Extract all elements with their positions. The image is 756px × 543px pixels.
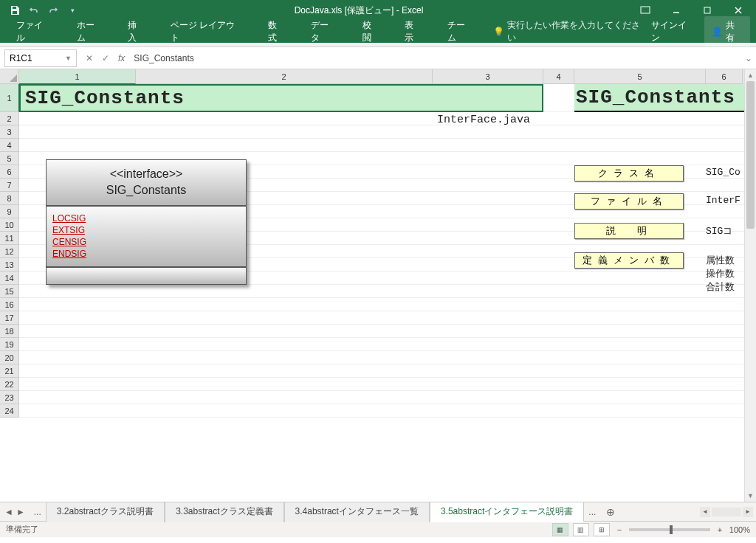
svg-rect-2 xyxy=(641,7,650,13)
row-header[interactable]: 14 xyxy=(0,272,19,285)
row-header[interactable]: 9 xyxy=(0,205,19,218)
tab-overflow-right[interactable]: ... xyxy=(584,507,600,517)
row-header[interactable]: 15 xyxy=(0,285,19,298)
sheet-tab[interactable]: 3.5abstractインタフェース説明書 xyxy=(430,502,584,522)
column-header[interactable]: 3 xyxy=(433,69,543,84)
tab-team[interactable]: チーム xyxy=(437,15,484,49)
scroll-up-icon[interactable]: ▲ xyxy=(745,69,756,81)
cell-title-side[interactable]: SIG_Constants xyxy=(574,84,756,112)
row-header[interactable]: 5 xyxy=(0,152,19,165)
row-header[interactable]: 3 xyxy=(0,125,19,139)
row-header[interactable]: 13 xyxy=(0,258,19,272)
horizontal-scrollbar[interactable] xyxy=(712,508,741,516)
fx-icon[interactable]: fx xyxy=(114,53,129,63)
column-header[interactable]: 1 xyxy=(19,69,136,84)
formula-input[interactable]: SIG_Constants xyxy=(129,52,741,65)
column-header[interactable]: 5 xyxy=(574,69,706,84)
row-header[interactable]: 20 xyxy=(0,351,19,364)
tab-nav-next-icon[interactable]: ► xyxy=(16,507,25,517)
sheet-tab[interactable]: 3.4abstractインタフェース一覧 xyxy=(284,502,430,522)
status-bar: 準備完了 ▦ ▥ ⊞ − + 100% xyxy=(0,521,756,537)
tell-me-text: 実行したい作業を入力してください xyxy=(507,19,647,44)
tab-formulas[interactable]: 数式 xyxy=(258,15,296,49)
tab-nav-prev-icon[interactable]: ◄ xyxy=(4,507,13,517)
select-all-button[interactable] xyxy=(0,69,19,84)
name-box[interactable]: R1C1 ▼ xyxy=(4,49,77,67)
person-icon: 👤 xyxy=(712,27,723,37)
uml-diagram[interactable]: <<interface>> SIG_Constants LOCSIG EXTSI… xyxy=(46,159,247,285)
row-header[interactable]: 18 xyxy=(0,325,19,338)
svg-rect-0 xyxy=(13,7,16,9)
uml-attr-link[interactable]: CENSIG xyxy=(51,236,241,248)
view-pagelayout-icon[interactable]: ▥ xyxy=(573,523,589,536)
row-header[interactable]: 23 xyxy=(0,391,19,404)
column-header[interactable]: 4 xyxy=(543,69,574,84)
field-label: 説 明 xyxy=(574,223,684,239)
chevron-down-icon[interactable]: ▼ xyxy=(65,55,72,62)
row-header[interactable]: 24 xyxy=(0,404,19,418)
zoom-slider[interactable] xyxy=(629,528,710,531)
row-header[interactable]: 4 xyxy=(0,139,19,152)
share-label: 共有 xyxy=(726,19,743,44)
row-header[interactable]: 8 xyxy=(0,192,19,205)
hscroll-left-icon[interactable]: ◄ xyxy=(700,507,710,517)
row-header[interactable]: 22 xyxy=(0,378,19,391)
row-header[interactable]: 2 xyxy=(0,112,19,125)
row-header[interactable]: 12 xyxy=(0,245,19,258)
svg-rect-4 xyxy=(704,7,710,13)
tab-file[interactable]: ファイル xyxy=(6,15,62,49)
row-header[interactable]: 1 xyxy=(0,84,19,112)
row-header[interactable]: 10 xyxy=(0,218,19,232)
field-label: ファイル名 xyxy=(574,193,684,210)
scroll-thumb[interactable] xyxy=(746,81,755,229)
tab-overflow-left[interactable]: ... xyxy=(30,507,46,517)
interface-filename: InterFace.java xyxy=(437,114,530,126)
uml-attr-link[interactable]: ENDSIG xyxy=(51,248,241,260)
row-header[interactable]: 7 xyxy=(0,179,19,192)
add-sheet-button[interactable]: ⊕ xyxy=(600,506,621,518)
tab-data[interactable]: データ xyxy=(300,15,348,49)
row-header[interactable]: 6 xyxy=(0,165,19,179)
field-value: InterF xyxy=(706,195,740,206)
row-header[interactable]: 17 xyxy=(0,311,19,325)
svg-rect-1 xyxy=(13,11,17,14)
vertical-scrollbar[interactable]: ▲ ▼ xyxy=(744,69,756,502)
zoom-in-button[interactable]: + xyxy=(715,525,725,534)
view-pagebreak-icon[interactable]: ⊞ xyxy=(594,523,610,536)
name-box-value: R1C1 xyxy=(10,53,32,63)
uml-classname: SIG_Constants xyxy=(51,182,241,198)
uml-attr-link[interactable]: LOCSIG xyxy=(51,212,241,224)
sheet-tab[interactable]: 3.2abstractクラス説明書 xyxy=(46,502,165,522)
zoom-out-button[interactable]: − xyxy=(614,525,625,534)
field-label: 定義メンバ数 xyxy=(574,252,684,269)
cells-area[interactable]: SIG_Constants SIG_Constants InterFace.ja… xyxy=(19,84,756,418)
zoom-level: 100% xyxy=(729,525,750,534)
column-header[interactable]: 2 xyxy=(136,69,433,84)
field-value: 合計数 xyxy=(706,280,735,294)
row-header[interactable]: 16 xyxy=(0,298,19,311)
worksheet-grid[interactable]: 123456 123456789101112131415161718192021… xyxy=(0,69,756,502)
sheet-tab[interactable]: 3.3abstractクラス定義書 xyxy=(165,502,284,522)
scroll-down-icon[interactable]: ▼ xyxy=(745,490,756,502)
tab-review[interactable]: 校閲 xyxy=(352,15,391,49)
uml-attr-link[interactable]: EXTSIG xyxy=(51,224,241,236)
tell-me[interactable]: 💡 実行したい作業を入力してください xyxy=(493,19,647,44)
tab-home[interactable]: ホーム xyxy=(66,15,114,49)
row-header[interactable]: 19 xyxy=(0,338,19,351)
tab-insert[interactable]: 挿入 xyxy=(117,15,156,49)
share-button[interactable]: 👤 共有 xyxy=(704,16,750,47)
column-header[interactable]: 6 xyxy=(706,69,743,84)
hscroll-right-icon[interactable]: ► xyxy=(743,507,753,517)
view-normal-icon[interactable]: ▦ xyxy=(552,523,568,536)
row-header[interactable]: 21 xyxy=(0,364,19,378)
cell-title-main[interactable]: SIG_Constants xyxy=(19,84,543,112)
cancel-formula-icon[interactable]: ✕ xyxy=(81,53,97,63)
tab-view[interactable]: 表示 xyxy=(394,15,433,49)
field-value: 操作数 xyxy=(706,267,735,280)
row-header[interactable]: 11 xyxy=(0,232,19,245)
signin-link[interactable]: サインイン xyxy=(651,19,695,44)
uml-attributes: LOCSIG EXTSIG CENSIG ENDSIG xyxy=(46,206,247,267)
tab-pagelayout[interactable]: ページ レイアウト xyxy=(160,15,253,49)
expand-formula-icon[interactable]: ⌄ xyxy=(741,53,756,63)
confirm-formula-icon[interactable]: ✓ xyxy=(97,53,114,63)
